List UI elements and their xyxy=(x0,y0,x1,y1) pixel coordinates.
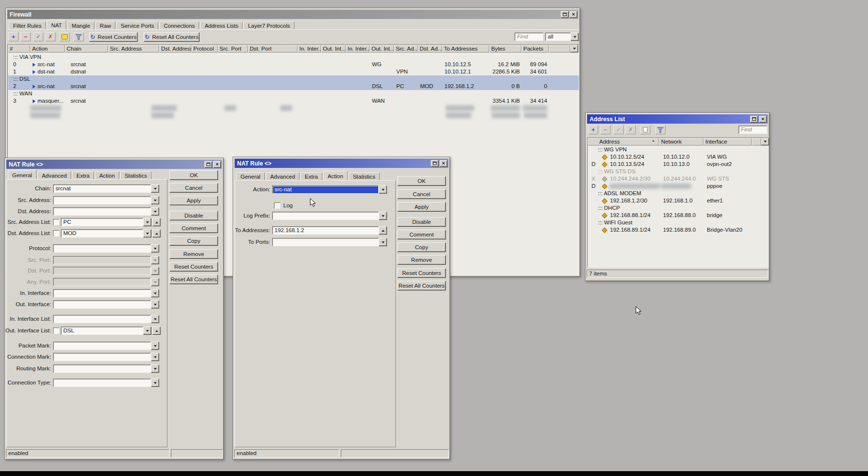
address-list-row[interactable]: 192.168.1.2/30 192.168.1.0 ether1 xyxy=(588,197,768,204)
log-prefix-field[interactable] xyxy=(272,212,379,220)
firewall-titlebar[interactable]: Firewall × xyxy=(7,10,578,19)
nat-rule-row-selected[interactable]: 2 src-nat srcnat DSL PC MOD 192.168.1.2 … xyxy=(8,83,579,90)
remove-button[interactable]: − xyxy=(600,125,610,134)
col-action-header[interactable]: Action xyxy=(30,45,65,53)
tab-action[interactable]: Action xyxy=(323,171,348,180)
reset-all-counters-button[interactable]: Reset All Counters xyxy=(397,281,446,291)
find-input[interactable]: Find xyxy=(739,126,767,134)
enable-button[interactable]: ✓ xyxy=(613,125,624,134)
action-dropdown[interactable] xyxy=(379,185,387,194)
col-to-addresses-header[interactable]: To Addresses xyxy=(442,45,489,53)
comment-row[interactable]: ::: DHCP xyxy=(588,204,768,212)
close-button[interactable]: × xyxy=(759,116,767,123)
src-address-field[interactable] xyxy=(53,196,151,204)
log-checkbox[interactable] xyxy=(274,202,280,209)
col-in-interface-list-header[interactable]: In. Inter... xyxy=(346,45,369,53)
reset-counters-button[interactable]: Reset Counters xyxy=(169,262,218,272)
tab-general[interactable]: General xyxy=(8,170,37,179)
connection-mark-field[interactable] xyxy=(53,353,151,361)
col-out-interface-header[interactable]: Out. Int... xyxy=(321,45,346,53)
col-dst-port-header[interactable]: Dst. Port xyxy=(248,45,297,53)
col-protocol-header[interactable]: Protocol xyxy=(191,45,218,53)
protocol-field[interactable] xyxy=(53,244,151,253)
address-list-row[interactable]: D 10.10.13.5/24 10.10.13.0 ovpn-out2 xyxy=(588,161,768,168)
dialog-titlebar[interactable]: NAT Rule <> × xyxy=(6,160,222,169)
filter-button[interactable] xyxy=(74,32,84,41)
dst-address-list-collapse[interactable] xyxy=(152,229,161,238)
tab-service-ports[interactable]: Service Ports xyxy=(116,21,158,29)
comment-row[interactable]: ::: WG VPN xyxy=(588,146,768,153)
copy-button[interactable] xyxy=(640,125,650,134)
connection-type-field[interactable] xyxy=(53,379,151,387)
column-select-button[interactable] xyxy=(570,45,578,53)
comment-row-selected[interactable]: ::: DSL xyxy=(8,75,579,83)
remove-button[interactable]: Remove xyxy=(397,255,446,265)
maximize-button[interactable] xyxy=(561,11,569,18)
maximize-button[interactable] xyxy=(750,116,758,123)
comment-row[interactable]: ::: WIFI Guest xyxy=(588,219,768,226)
in-interface-list-field[interactable] xyxy=(53,315,151,323)
reset-counters-button[interactable]: Reset Counters xyxy=(397,268,446,278)
close-button[interactable]: × xyxy=(440,160,447,167)
col-chain-header[interactable]: Chain xyxy=(65,45,108,53)
reset-counters-button[interactable]: ↻ Reset Counters xyxy=(89,32,138,42)
disable-button[interactable]: Disable xyxy=(169,211,218,220)
comment-row[interactable]: ::: WAN xyxy=(8,90,579,97)
disable-button[interactable]: ✗ xyxy=(45,32,55,41)
src-address-list-collapse[interactable] xyxy=(152,218,161,226)
address-list-row[interactable]: 10.10.12.5/24 10.10.12.0 VIA WG xyxy=(588,153,768,161)
packet-mark-field[interactable] xyxy=(53,342,151,350)
disable-button[interactable]: Disable xyxy=(397,217,446,227)
connection-type-dropdown[interactable] xyxy=(151,379,159,387)
cancel-button[interactable]: Cancel xyxy=(169,183,218,193)
reset-all-counters-button[interactable]: ↻ Reset All Counters xyxy=(144,32,200,42)
filter-scope-select[interactable]: all xyxy=(545,33,571,41)
col-interface-header[interactable]: Interface xyxy=(703,138,752,146)
remove-button[interactable]: − xyxy=(20,32,31,41)
apply-button[interactable]: Apply xyxy=(397,202,446,212)
dst-address-list-negate-checkbox[interactable] xyxy=(53,230,59,237)
src-address-list-negate-checkbox[interactable] xyxy=(53,219,59,225)
tab-advanced[interactable]: Advanced xyxy=(266,172,299,180)
out-interface-list-dropdown[interactable] xyxy=(143,327,151,335)
comment-row-disabled[interactable]: ::: WG STS DS xyxy=(588,168,768,175)
filter-scope-arrow[interactable] xyxy=(571,33,579,41)
dialog-titlebar[interactable]: NAT Rule <> × xyxy=(235,159,448,168)
nat-rule-row[interactable]: 3 masquer... srcnat WAN 3354.1 KiB 34 41… xyxy=(8,97,579,105)
disable-button[interactable]: ✗ xyxy=(626,125,636,134)
tab-general[interactable]: General xyxy=(236,172,265,180)
tab-extra[interactable]: Extra xyxy=(72,171,94,179)
apply-button[interactable]: Apply xyxy=(169,196,218,205)
chain-dropdown[interactable] xyxy=(151,184,159,193)
col-in-interface-header[interactable]: In. Inter... xyxy=(297,45,321,53)
out-interface-field[interactable] xyxy=(53,300,151,309)
col-dst-address-header[interactable]: Dst. Address xyxy=(159,45,191,53)
col-address-header[interactable]: Address xyxy=(588,138,659,146)
nat-rule-row[interactable]: 0 src-nat srcnat WG 10.10.12.5 16.2 MiB … xyxy=(8,61,579,68)
copy-button[interactable]: Copy xyxy=(397,242,446,252)
ok-button[interactable]: OK xyxy=(169,170,218,180)
tab-statistics[interactable]: Statistics xyxy=(349,172,380,180)
dst-address-list-dropdown[interactable] xyxy=(143,229,151,238)
tab-action[interactable]: Action xyxy=(95,171,119,179)
col-src-addr-list-header[interactable]: Src. Ad... xyxy=(394,45,418,53)
dst-address-list-field[interactable]: MOD xyxy=(61,229,143,238)
add-button[interactable]: + xyxy=(588,125,598,134)
col-num-header[interactable]: # xyxy=(8,45,30,53)
tab-connections[interactable]: Connections xyxy=(159,21,199,29)
to-ports-field[interactable] xyxy=(272,238,379,246)
add-button[interactable]: + xyxy=(8,32,18,41)
maximize-button[interactable] xyxy=(204,161,212,168)
comment-button[interactable]: Comment xyxy=(397,230,446,239)
src-address-list-dropdown[interactable] xyxy=(143,218,151,226)
out-interface-dropdown[interactable] xyxy=(151,300,159,309)
tab-advanced[interactable]: Advanced xyxy=(37,171,71,179)
tab-extra[interactable]: Extra xyxy=(300,172,322,180)
enable-button[interactable]: ✓ xyxy=(33,32,43,41)
to-addresses-field[interactable]: 192.168.1.2 xyxy=(272,226,379,235)
col-src-address-header[interactable]: Src. Address xyxy=(108,45,159,53)
src-address-list-field[interactable]: PC xyxy=(61,218,143,226)
routing-mark-field[interactable] xyxy=(53,365,151,373)
address-list-row[interactable]: 192.168.88.1/24 192.168.88.0 bridge xyxy=(588,212,768,219)
comment-button[interactable] xyxy=(59,32,70,41)
